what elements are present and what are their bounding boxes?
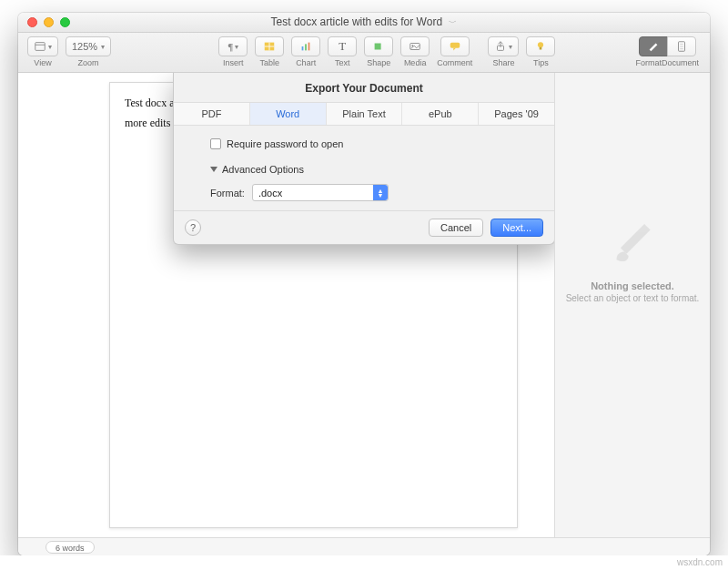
chevron-down-icon: ▾	[48, 43, 52, 51]
sidebar-empty-subtitle: Select an object or text to format.	[557, 293, 709, 303]
share-icon	[494, 40, 507, 53]
advanced-options-toggle[interactable]: Advanced Options	[210, 164, 536, 175]
svg-rect-6	[305, 44, 307, 50]
tab-plain-text[interactable]: Plain Text	[327, 103, 403, 125]
chevron-down-icon: ▾	[509, 43, 512, 51]
content-area: Test docx arti more edits he Export Your…	[18, 73, 710, 537]
word-count[interactable]: 6 words	[46, 541, 95, 554]
toolbar: ▾ View 125% ▾ Zoom ¶▾ Insert Table	[18, 33, 710, 73]
format-label: Format:	[210, 188, 245, 198]
tab-pdf[interactable]: PDF	[174, 103, 250, 125]
cancel-label: Cancel	[440, 222, 471, 233]
zoom-select[interactable]: 125% ▾	[66, 36, 111, 56]
insert-group: ¶▾ Insert	[218, 36, 248, 67]
media-label: Media	[404, 58, 427, 67]
comment-group: Comment	[437, 36, 472, 67]
dialog-title: Export Your Document	[174, 73, 554, 102]
table-icon	[263, 40, 276, 53]
table-button[interactable]	[255, 36, 284, 56]
chart-group: Chart	[291, 36, 320, 67]
comment-icon	[449, 40, 461, 53]
disclosure-triangle-icon	[210, 167, 217, 172]
tab-pages09[interactable]: Pages '09	[479, 103, 554, 125]
view-icon	[34, 40, 46, 53]
view-button[interactable]: ▾	[27, 36, 58, 56]
text-icon: T	[339, 39, 346, 54]
zoom-label: Zoom	[78, 58, 99, 67]
insert-button[interactable]: ¶▾	[218, 36, 248, 56]
require-password-label: Require password to open	[227, 138, 343, 149]
cancel-button[interactable]: Cancel	[429, 219, 483, 237]
status-bar: 6 words	[18, 537, 710, 555]
lightbulb-icon	[534, 40, 547, 53]
chart-label: Chart	[296, 58, 316, 67]
app-window: Test docx article with edits for Word ﹀ …	[18, 13, 710, 555]
svg-rect-8	[375, 44, 381, 50]
export-dialog: Export Your Document PDF Word Plain Text…	[173, 73, 555, 245]
advanced-options-label: Advanced Options	[222, 164, 304, 175]
format-group: Format Document	[635, 36, 699, 67]
comment-button[interactable]	[440, 36, 470, 56]
dialog-body: Require password to open Advanced Option…	[174, 126, 554, 210]
title-chevron-icon[interactable]: ﹀	[449, 18, 457, 27]
window-title: Test docx article with edits for Word ﹀	[18, 15, 710, 29]
dialog-footer: ? Cancel Next...	[174, 210, 554, 244]
select-arrows-icon: ▲▼	[373, 185, 388, 200]
svg-rect-0	[35, 43, 46, 51]
svg-rect-7	[308, 43, 310, 51]
text-group: T Text	[328, 36, 357, 67]
paintbrush-icon	[647, 40, 660, 53]
shape-label: Shape	[367, 58, 390, 67]
document-area[interactable]: Test docx arti more edits he Export Your…	[18, 73, 555, 537]
table-group: Table	[255, 36, 284, 67]
chevron-down-icon: ▾	[101, 43, 105, 51]
word-count-label: 6 words	[56, 544, 85, 553]
text-button[interactable]: T	[328, 36, 357, 56]
insert-label: Insert	[223, 58, 244, 67]
next-label: Next...	[502, 222, 531, 233]
tips-label: Tips	[533, 58, 549, 67]
zoom-group: 125% ▾ Zoom	[66, 36, 111, 67]
next-button[interactable]: Next...	[490, 219, 543, 237]
document-button[interactable]	[667, 36, 696, 56]
svg-point-13	[538, 42, 543, 47]
titlebar: Test docx article with edits for Word ﹀	[18, 13, 710, 33]
dialog-tabs: PDF Word Plain Text ePub Pages '09	[174, 102, 554, 126]
shape-button[interactable]	[364, 36, 393, 56]
media-group: Media	[400, 36, 430, 67]
chart-button[interactable]	[291, 36, 320, 56]
share-label: Share	[492, 58, 514, 67]
shape-group: Shape	[364, 36, 393, 67]
svg-rect-5	[302, 46, 304, 50]
shape-icon	[372, 40, 385, 53]
tab-word[interactable]: Word	[250, 103, 327, 125]
svg-rect-14	[540, 47, 542, 50]
document-icon	[675, 40, 688, 53]
document-label: Document	[662, 58, 699, 67]
format-button[interactable]	[639, 36, 668, 56]
share-button[interactable]: ▾	[488, 36, 519, 56]
zoom-value: 125%	[72, 41, 97, 52]
format-sidebar: Nothing selected. Select an object or te…	[555, 73, 710, 537]
tips-group: Tips	[526, 36, 555, 67]
view-label: View	[34, 58, 51, 67]
format-label: Format	[635, 58, 662, 67]
require-password-row: Require password to open	[210, 138, 536, 149]
help-button[interactable]: ?	[185, 219, 201, 236]
text-label: Text	[335, 58, 350, 67]
sidebar-empty-title: Nothing selected.	[591, 280, 674, 291]
table-label: Table	[259, 58, 279, 67]
media-button[interactable]	[400, 36, 430, 56]
media-icon	[409, 40, 421, 53]
format-select[interactable]: .docx ▲▼	[252, 184, 389, 201]
format-row: Format: .docx ▲▼	[210, 184, 536, 201]
paintbrush-large-icon	[601, 204, 664, 268]
comment-label: Comment	[437, 58, 472, 67]
tips-button[interactable]	[526, 36, 555, 56]
chart-icon	[299, 40, 312, 53]
chevron-down-icon: ▾	[235, 43, 238, 51]
tab-epub[interactable]: ePub	[402, 103, 479, 125]
require-password-checkbox[interactable]	[210, 138, 221, 149]
share-group: ▾ Share	[488, 36, 519, 67]
format-value: .docx	[258, 188, 282, 198]
